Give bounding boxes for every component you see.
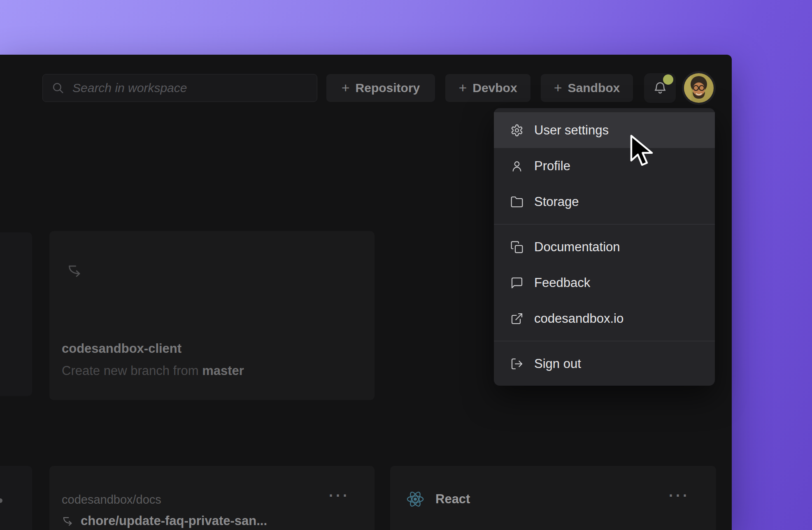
menu-item-label: Documentation bbox=[534, 240, 620, 255]
repo-overflow-menu-button[interactable]: ··· bbox=[329, 487, 350, 505]
create-branch-card[interactable]: codesandbox-client Create new branch fro… bbox=[49, 231, 375, 400]
plus-icon: + bbox=[554, 81, 562, 95]
menu-item-profile[interactable]: Profile bbox=[494, 148, 715, 184]
user-dropdown-menu: User settings Profile Storage Documentat… bbox=[494, 108, 715, 386]
feedback-icon bbox=[510, 276, 523, 289]
repository-card[interactable]: codesandbox/docs ··· chore/update-faq-pr… bbox=[49, 466, 375, 530]
menu-item-documentation[interactable]: Documentation bbox=[494, 229, 715, 265]
search-icon bbox=[51, 81, 65, 95]
mouse-cursor bbox=[629, 134, 654, 170]
subtitle-prefix: Create new branch from bbox=[62, 363, 202, 378]
branch-arrow-icon bbox=[62, 515, 74, 527]
new-repository-label: Repository bbox=[356, 81, 420, 95]
user-avatar-button[interactable] bbox=[684, 73, 714, 103]
branch-arrow-icon bbox=[67, 262, 83, 279]
branch-card-subtitle: Create new branch from master bbox=[62, 363, 244, 378]
menu-divider bbox=[494, 341, 715, 341]
new-devbox-button[interactable]: + Devbox bbox=[445, 74, 530, 102]
new-sandbox-label: Sandbox bbox=[568, 81, 620, 95]
new-repository-button[interactable]: + Repository bbox=[326, 74, 435, 102]
folder-icon bbox=[510, 195, 523, 208]
template-row: React bbox=[406, 490, 470, 509]
notification-dot bbox=[663, 74, 673, 85]
menu-item-label: Storage bbox=[534, 194, 579, 209]
documentation-icon bbox=[510, 241, 523, 254]
user-icon bbox=[510, 160, 523, 173]
menu-item-feedback[interactable]: Feedback bbox=[494, 265, 715, 301]
repo-branch-row: chore/update-faq-private-san... bbox=[62, 514, 267, 528]
partial-card-bottom-left[interactable] bbox=[0, 466, 32, 530]
menu-divider bbox=[494, 224, 715, 224]
menu-item-storage[interactable]: Storage bbox=[494, 184, 715, 220]
menu-item-sign-out[interactable]: Sign out bbox=[494, 346, 715, 382]
menu-item-label: User settings bbox=[534, 123, 609, 138]
gear-icon bbox=[510, 124, 523, 137]
menu-item-label: Profile bbox=[534, 159, 570, 174]
menu-item-label: Feedback bbox=[534, 275, 590, 290]
new-devbox-label: Devbox bbox=[472, 81, 517, 95]
branch-card-title: codesandbox-client bbox=[62, 341, 181, 356]
workspace-search[interactable] bbox=[42, 74, 317, 102]
subtitle-branch-name: master bbox=[202, 363, 244, 378]
plus-icon: + bbox=[342, 81, 350, 95]
partial-card-left[interactable] bbox=[0, 232, 32, 396]
sign-out-icon bbox=[510, 357, 523, 370]
avatar-photo bbox=[684, 73, 714, 103]
template-overflow-menu-button[interactable]: ··· bbox=[669, 487, 690, 505]
repo-branch-name: chore/update-faq-private-san... bbox=[81, 514, 267, 528]
repository-name: codesandbox/docs bbox=[62, 493, 161, 507]
plus-icon: + bbox=[458, 81, 467, 95]
new-sandbox-button[interactable]: + Sandbox bbox=[541, 74, 633, 102]
external-link-icon bbox=[510, 312, 523, 325]
menu-item-label: codesandbox.io bbox=[534, 311, 624, 326]
menu-item-codesandbox-io[interactable]: codesandbox.io bbox=[494, 301, 715, 336]
template-name: React bbox=[435, 492, 470, 507]
template-card[interactable]: React ··· bbox=[390, 466, 716, 530]
search-input[interactable] bbox=[72, 81, 309, 95]
menu-item-user-settings[interactable]: User settings bbox=[494, 112, 715, 148]
menu-item-label: Sign out bbox=[534, 356, 581, 371]
screen: + Repository + Devbox + Sandbox bbox=[0, 0, 812, 530]
react-logo-icon bbox=[406, 490, 425, 509]
